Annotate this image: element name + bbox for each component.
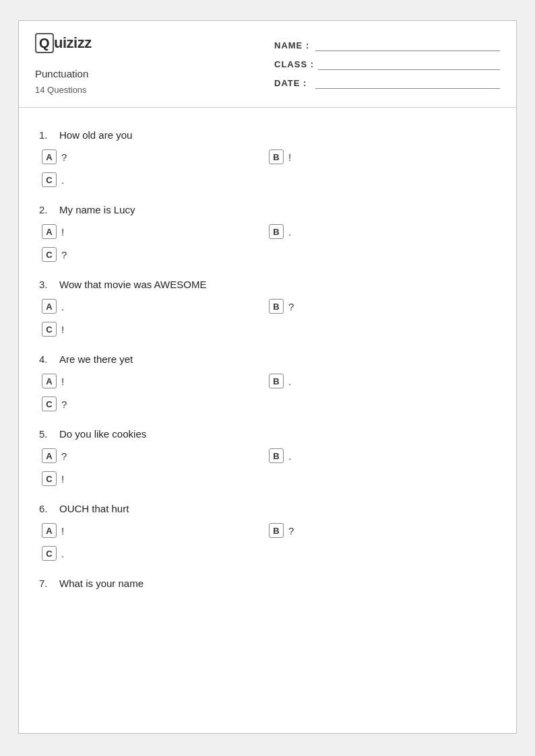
option-row[interactable]: A? — [42, 446, 269, 465]
option-letter: A — [42, 299, 57, 314]
option-row[interactable]: C? — [42, 245, 269, 264]
options-grid: A.B?C! — [42, 297, 496, 339]
option-row[interactable]: C? — [42, 394, 269, 413]
name-label: NAME : — [274, 40, 311, 50]
option-value: ! — [61, 525, 64, 537]
option-letter: A — [42, 374, 57, 388]
option-value: ! — [61, 226, 64, 238]
option-value: . — [61, 548, 64, 559]
date-label: DATE : — [274, 78, 311, 88]
question-text: 4.Are we there yet — [39, 353, 496, 365]
question-number: 7. — [39, 578, 54, 589]
option-row[interactable]: C! — [42, 469, 269, 488]
options-grid: A!B.C? — [42, 222, 496, 264]
question-body: Wow that movie was AWESOME — [59, 279, 206, 290]
option-value: . — [61, 174, 64, 186]
option-row[interactable]: B. — [269, 446, 496, 465]
option-value: ? — [288, 525, 294, 537]
option-row[interactable]: B? — [269, 521, 496, 540]
logo-text: uizizz — [54, 34, 92, 51]
option-value: . — [288, 226, 291, 238]
option-row[interactable]: A. — [42, 297, 269, 316]
page: Quizizz Punctuation 14 Questions NAME : … — [18, 20, 517, 734]
question-body: Are we there yet — [59, 353, 133, 365]
class-row: CLASS : — [274, 58, 500, 70]
question-body: My name is Lucy — [59, 204, 135, 215]
question-text: 5.Do you like cookies — [39, 428, 496, 440]
question-number: 1. — [39, 129, 54, 141]
question-text: 7.What is your name — [39, 578, 496, 589]
option-value: ! — [61, 376, 64, 387]
option-value: ? — [61, 151, 67, 163]
class-line — [318, 58, 500, 70]
option-row[interactable]: A? — [42, 147, 269, 166]
option-row[interactable]: C! — [42, 320, 269, 339]
name-row: NAME : — [274, 39, 500, 51]
option-row[interactable]: A! — [42, 372, 269, 390]
option-letter: A — [42, 448, 57, 463]
content: 1.How old are youA?B!C.2.My name is Lucy… — [19, 108, 516, 616]
option-value: . — [61, 301, 64, 312]
option-row[interactable]: C. — [42, 170, 269, 189]
question-number: 5. — [39, 428, 54, 440]
option-value: ? — [61, 399, 67, 410]
question-block: 6.OUCH that hurtA!B?C. — [39, 503, 496, 563]
option-letter: C — [42, 322, 57, 337]
options-grid: A?B!C. — [42, 147, 496, 189]
option-letter: B — [269, 523, 284, 538]
option-letter: B — [269, 299, 284, 314]
option-value: ! — [61, 324, 64, 335]
question-text: 3.Wow that movie was AWESOME — [39, 279, 496, 290]
logo-q: Q — [35, 33, 54, 53]
option-letter: A — [42, 224, 57, 239]
question-block: 1.How old are youA?B!C. — [39, 129, 496, 189]
option-letter: C — [42, 471, 57, 486]
question-body: How old are you — [59, 129, 132, 141]
option-letter: C — [42, 247, 57, 262]
option-row[interactable]: A! — [42, 521, 269, 540]
class-label: CLASS : — [274, 59, 314, 69]
question-body: What is your name — [59, 578, 144, 589]
option-row[interactable]: C. — [42, 544, 269, 563]
option-value: ? — [61, 249, 67, 261]
option-letter: A — [42, 149, 57, 164]
question-text: 6.OUCH that hurt — [39, 503, 496, 514]
options-grid: A!B?C. — [42, 521, 496, 563]
question-number: 6. — [39, 503, 54, 514]
question-block: 4.Are we there yetA!B.C? — [39, 353, 496, 413]
option-letter: C — [42, 546, 57, 561]
question-number: 4. — [39, 353, 54, 365]
quiz-subtitle: 14 Questions — [35, 85, 261, 95]
option-row[interactable]: B. — [269, 222, 496, 241]
option-row[interactable]: B? — [269, 297, 496, 316]
date-line — [315, 77, 500, 89]
option-value: ! — [61, 473, 64, 485]
question-block: 2.My name is LucyA!B.C? — [39, 204, 496, 264]
option-letter: A — [42, 523, 57, 538]
options-grid: A!B.C? — [42, 372, 496, 413]
option-letter: C — [42, 172, 57, 187]
name-line — [315, 39, 500, 51]
date-row: DATE : — [274, 77, 500, 89]
option-row[interactable]: B. — [269, 372, 496, 390]
question-block: 7.What is your name — [39, 578, 496, 589]
option-letter: B — [269, 374, 284, 388]
question-number: 2. — [39, 204, 54, 215]
option-row[interactable]: B! — [269, 147, 496, 166]
logo: Quizizz — [35, 33, 261, 53]
option-value: . — [288, 376, 291, 387]
question-block: 5.Do you like cookiesA?B.C! — [39, 428, 496, 488]
option-letter: B — [269, 224, 284, 239]
question-block: 3.Wow that movie was AWESOMEA.B?C! — [39, 279, 496, 339]
header-right: NAME : CLASS : DATE : — [261, 33, 500, 95]
question-body: OUCH that hurt — [59, 503, 129, 514]
option-value: ! — [288, 151, 291, 163]
option-row[interactable]: A! — [42, 222, 269, 241]
option-value: . — [288, 450, 291, 462]
question-text: 2.My name is Lucy — [39, 204, 496, 215]
header: Quizizz Punctuation 14 Questions NAME : … — [19, 21, 516, 108]
question-body: Do you like cookies — [59, 428, 146, 440]
quiz-title: Punctuation — [35, 68, 261, 79]
question-number: 3. — [39, 279, 54, 290]
option-letter: B — [269, 149, 284, 164]
